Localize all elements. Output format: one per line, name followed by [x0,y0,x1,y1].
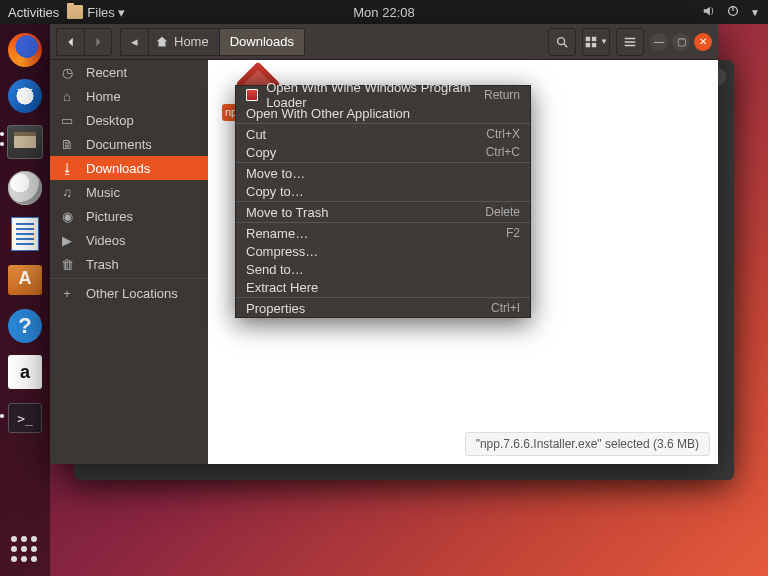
nav-back-forward [56,28,112,56]
dock-files[interactable] [5,122,45,162]
dock-firefox[interactable] [5,30,45,70]
ctx-label: Send to… [246,262,304,277]
sidebar-item-videos[interactable]: ▶Videos [50,228,208,252]
search-icon [555,35,569,49]
status-bar: "npp.7.6.6.Installer.exe" selected (3.6 … [465,432,710,456]
sidebar-item-desktop[interactable]: ▭Desktop [50,108,208,132]
close-button[interactable]: ✕ [694,33,712,51]
sidebar-item-trash[interactable]: 🗑Trash [50,252,208,276]
separator [236,297,530,298]
svg-point-1 [558,37,565,44]
ctx-label: Open With Other Application [246,106,410,121]
amazon-icon: a [8,355,42,389]
path-bar: ◂ Home Downloads [120,28,305,56]
clock[interactable]: Mon 22:08 [353,5,414,20]
ctx-shortcut: Ctrl+X [486,127,520,141]
help-icon: ? [8,309,42,343]
view-toggle-button[interactable]: ▼ [582,28,610,56]
desktop-icon: ▭ [60,113,74,128]
places-sidebar: ◷Recent ⌂Home ▭Desktop 🗎Documents ⭳Downl… [50,60,208,464]
wine-icon [246,89,258,101]
sidebar-item-other-locations[interactable]: +Other Locations [50,281,208,305]
dock-amazon[interactable]: a [5,352,45,392]
launcher-dock: ? a >_ [0,24,50,576]
maximize-button[interactable]: ▢ [672,33,690,51]
sidebar-item-documents[interactable]: 🗎Documents [50,132,208,156]
ctx-move-to[interactable]: Move to… [236,164,530,182]
show-applications-button[interactable] [11,536,39,564]
dock-help[interactable]: ? [5,306,45,346]
dock-writer[interactable] [5,214,45,254]
ctx-properties[interactable]: PropertiesCtrl+I [236,299,530,317]
ctx-label: Move to… [246,166,305,181]
ctx-open-with-other[interactable]: Open With Other Application [236,104,530,122]
dock-terminal[interactable]: >_ [5,398,45,438]
ctx-copy[interactable]: CopyCtrl+C [236,143,530,161]
ctx-label: Move to Trash [246,205,328,220]
volume-icon[interactable] [702,4,716,21]
sidebar-item-label: Desktop [86,113,134,128]
path-start-button[interactable]: ◂ [120,28,148,56]
path-home-label: Home [174,34,209,49]
firefox-icon [8,33,42,67]
minimize-button[interactable]: — [650,33,668,51]
sidebar-item-label: Trash [86,257,119,272]
sidebar-item-downloads[interactable]: ⭳Downloads [50,156,208,180]
sidebar-item-home[interactable]: ⌂Home [50,84,208,108]
thunderbird-icon [8,79,42,113]
forward-button[interactable] [84,28,112,56]
search-button[interactable] [548,28,576,56]
document-icon: 🗎 [60,137,74,152]
app-menu-label: Files ▾ [87,5,125,20]
folder-icon [67,5,83,19]
dock-software[interactable] [5,260,45,300]
gnome-topbar: Activities Files ▾ Mon 22:08 ▼ [0,0,768,24]
ctx-cut[interactable]: CutCtrl+X [236,125,530,143]
sidebar-item-label: Documents [86,137,152,152]
ctx-shortcut: Ctrl+I [491,301,520,315]
hamburger-icon [623,35,637,49]
ctx-label: Extract Here [246,280,318,295]
sidebar-item-label: Music [86,185,120,200]
ctx-rename[interactable]: Rename…F2 [236,224,530,242]
dock-rhythmbox[interactable] [5,168,45,208]
ctx-compress[interactable]: Compress… [236,242,530,260]
path-home-button[interactable]: Home [148,28,219,56]
hamburger-menu-button[interactable] [616,28,644,56]
ctx-label: Copy [246,145,276,160]
sidebar-item-music[interactable]: ♫Music [50,180,208,204]
ctx-label: Cut [246,127,266,142]
ctx-label: Properties [246,301,305,316]
sidebar-item-pictures[interactable]: ◉Pictures [50,204,208,228]
ctx-extract-here[interactable]: Extract Here [236,278,530,296]
camera-icon: ◉ [60,209,74,224]
ctx-open-with-wine[interactable]: Open With Wine Windows Program Loader Re… [236,86,530,104]
separator [236,123,530,124]
music-icon: ♫ [60,185,74,200]
clock-icon: ◷ [60,65,74,80]
activities-button[interactable]: Activities [8,5,59,20]
dock-thunderbird[interactable] [5,76,45,116]
back-button[interactable] [56,28,84,56]
download-icon: ⭳ [60,161,74,176]
software-icon [8,265,42,295]
app-menu-files[interactable]: Files ▾ [67,5,125,20]
ctx-move-to-trash[interactable]: Move to TrashDelete [236,203,530,221]
svg-rect-3 [592,36,596,40]
home-icon [155,35,169,49]
chevron-down-icon[interactable]: ▼ [750,7,760,18]
separator [236,162,530,163]
ctx-label: Compress… [246,244,318,259]
sidebar-item-recent[interactable]: ◷Recent [50,60,208,84]
path-current-button[interactable]: Downloads [219,28,305,56]
sidebar-item-label: Home [86,89,121,104]
home-icon: ⌂ [60,89,74,104]
ctx-label: Copy to… [246,184,304,199]
ctx-send-to[interactable]: Send to… [236,260,530,278]
files-icon [7,125,43,159]
ctx-copy-to[interactable]: Copy to… [236,182,530,200]
headerbar: ◂ Home Downloads ▼ — ▢ ✕ [50,24,718,60]
power-icon[interactable] [726,4,740,21]
ctx-shortcut: Ctrl+C [486,145,520,159]
sidebar-item-label: Other Locations [86,286,178,301]
